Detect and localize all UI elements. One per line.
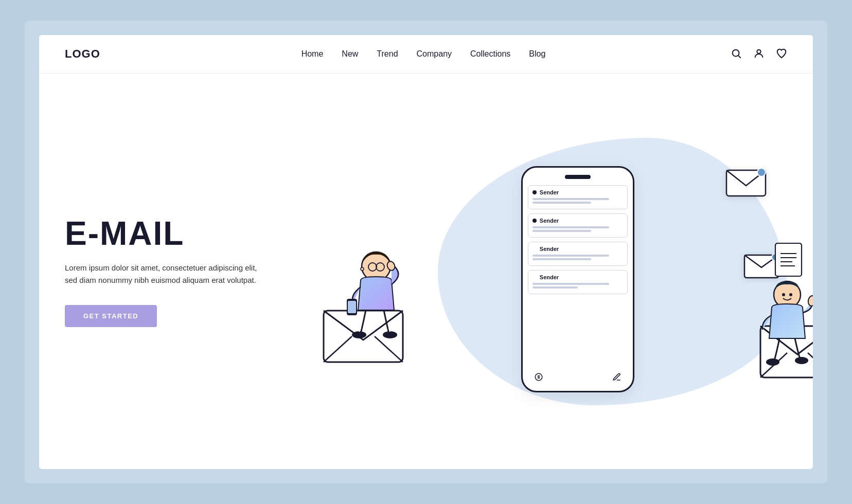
unread-dot-2	[532, 219, 537, 223]
email-preview-line-4a	[532, 283, 610, 285]
main-content: E-MAIL Lorem ipsum dolor sit amet, conse…	[39, 74, 813, 469]
svg-point-19	[352, 331, 366, 338]
email-item-3: Sender	[528, 242, 628, 266]
email-preview-line-2a	[532, 226, 610, 228]
svg-rect-27	[775, 243, 802, 276]
email-sender-2: Sender	[532, 218, 623, 224]
user-icon[interactable]	[753, 48, 765, 61]
phone-screen: Sender Sender	[521, 166, 634, 392]
svg-point-34	[789, 293, 792, 296]
phone-notch	[565, 175, 591, 179]
svg-point-35	[807, 295, 813, 306]
nav-trend[interactable]: Trend	[377, 49, 398, 59]
sender-name-2: Sender	[540, 218, 559, 224]
email-item-2: Sender	[528, 213, 628, 238]
menu-icon	[534, 372, 543, 384]
svg-point-20	[383, 331, 397, 338]
nav-new[interactable]: New	[342, 49, 358, 59]
sender-name-3: Sender	[540, 246, 559, 252]
email-preview-line-4b	[532, 286, 578, 289]
nav-blog[interactable]: Blog	[529, 49, 545, 59]
right-illustration: Sender Sender	[368, 151, 787, 392]
hero-description: Lorem ipsum dolor sit amet, consectetuer…	[65, 262, 271, 286]
email-sender-3: Sender	[532, 246, 623, 252]
svg-point-2	[757, 49, 760, 53]
email-preview-line-2b	[532, 230, 591, 232]
hero-title: E-MAIL	[65, 215, 368, 251]
phone-mockup: Sender Sender	[521, 166, 634, 392]
person-right	[746, 274, 813, 377]
svg-line-1	[738, 56, 740, 58]
navbar: LOGO Home New Trend Company Collections …	[39, 35, 813, 74]
nav-home[interactable]: Home	[301, 49, 324, 59]
svg-point-33	[782, 293, 785, 296]
sender-name-4: Sender	[540, 274, 559, 280]
logo: LOGO	[65, 47, 116, 61]
unread-dot-1	[532, 190, 537, 194]
email-preview-line-3b	[532, 258, 591, 260]
svg-point-37	[795, 357, 808, 364]
nav-icons	[731, 48, 787, 61]
email-sender-1: Sender	[532, 189, 623, 195]
phone-footer	[528, 369, 628, 384]
email-preview-line-1a	[532, 198, 610, 200]
svg-point-4	[757, 168, 766, 176]
email-preview-line-1b	[532, 202, 591, 204]
email-item-1: Sender	[528, 185, 628, 209]
nav-links: Home New Trend Company Collections Blog	[301, 49, 546, 59]
document-icon	[774, 242, 803, 279]
cta-button[interactable]: GET STARTED	[65, 305, 157, 327]
sender-name-1: Sender	[540, 189, 559, 195]
heart-icon[interactable]	[776, 48, 787, 61]
svg-point-36	[766, 358, 779, 366]
search-icon[interactable]	[731, 48, 742, 61]
left-section: E-MAIL Lorem ipsum dolor sit amet, conse…	[65, 215, 368, 327]
compose-icon	[612, 372, 622, 384]
inner-card: LOGO Home New Trend Company Collections …	[39, 35, 813, 469]
nav-collections[interactable]: Collections	[470, 49, 510, 59]
email-item-4: Sender	[528, 270, 628, 294]
envelope-floating-top	[725, 166, 767, 199]
nav-company[interactable]: Company	[417, 49, 452, 59]
email-sender-4: Sender	[532, 274, 623, 280]
outer-frame: LOGO Home New Trend Company Collections …	[25, 21, 827, 483]
email-preview-line-3a	[532, 255, 610, 257]
